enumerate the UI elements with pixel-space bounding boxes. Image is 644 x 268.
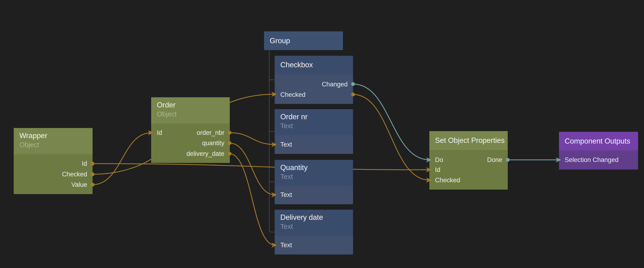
node-delivery-date[interactable]: Delivery date Text Text: [275, 210, 353, 254]
input-label-checked: Checked: [280, 91, 306, 98]
output-label-changed: Changed: [322, 81, 348, 88]
node-order-nr[interactable]: Order nr Text Text: [275, 109, 353, 154]
node-title: Order nr: [280, 112, 348, 121]
output-label-quantity: quantity: [202, 140, 224, 147]
node-header: Order nr Text: [275, 109, 353, 135]
node-checkbox[interactable]: Checkbox Changed Checked: [275, 56, 353, 104]
wire-delivery-date-to-delivery-text[interactable]: [230, 154, 275, 245]
input-label-text: Text: [280, 242, 292, 249]
group-tree-line: [269, 50, 274, 232]
input-label-text: Text: [280, 141, 292, 148]
node-set-object-properties[interactable]: Set Object Properties Do Done Id Checked: [429, 131, 508, 190]
node-title: Delivery date: [280, 213, 348, 222]
wire-quantity-to-quantity-text[interactable]: [230, 143, 275, 195]
node-header: Order Object: [151, 97, 230, 123]
node-header: Checkbox: [275, 56, 353, 74]
wire-order-nbr-to-ordernr-text[interactable]: [230, 133, 275, 144]
input-label-id: Id: [435, 166, 440, 173]
input-label-text: Text: [280, 191, 292, 198]
wire-wrapper-id-to-sop-id[interactable]: [92, 164, 430, 170]
node-header: Wrapper Object: [14, 128, 92, 154]
input-label-selection-changed: Selection Changed: [565, 156, 618, 164]
node-title: Group: [270, 36, 290, 45]
wire-checkbox-changed-to-sop-do[interactable]: [353, 84, 430, 160]
input-label-do: Do: [435, 156, 443, 164]
output-label-checked: Checked: [62, 171, 87, 178]
wire-checkbox-checked-to-sop-checked[interactable]: [353, 94, 430, 180]
node-title: Set Object Properties: [435, 136, 505, 145]
input-label-checked: Checked: [435, 176, 460, 184]
node-header: Delivery date Text: [275, 210, 353, 236]
output-label-id: Id: [82, 160, 87, 167]
output-label-delivery-date: delivery_date: [186, 150, 224, 157]
node-header: Quantity Text: [275, 160, 353, 186]
output-label-value: Value: [71, 181, 87, 188]
node-header: Component Outputs: [559, 132, 638, 150]
node-subtitle: Text: [280, 172, 348, 181]
node-title: Quantity: [280, 163, 348, 172]
node-graph-canvas[interactable]: Wrapper Object Id Checked Value Order Ob…: [0, 0, 644, 268]
node-group[interactable]: Group: [264, 32, 343, 50]
node-subtitle: Text: [280, 122, 348, 130]
node-title: Wrapper: [19, 131, 87, 140]
node-header: Set Object Properties: [429, 131, 508, 150]
node-wrapper[interactable]: Wrapper Object Id Checked Value: [14, 128, 92, 194]
node-subtitle: Text: [280, 222, 348, 230]
output-label-done: Done: [487, 156, 502, 164]
node-component-outputs[interactable]: Component Outputs Selection Changed: [559, 132, 638, 170]
input-label-id: Id: [157, 129, 162, 136]
node-title: Order: [157, 100, 224, 110]
wire-wrapper-value-to-order-id[interactable]: [92, 133, 152, 185]
node-order[interactable]: Order Object Id order_nbr quantity deliv…: [151, 97, 230, 163]
node-header: Group: [264, 32, 343, 50]
node-subtitle: Object: [157, 110, 224, 118]
node-title: Component Outputs: [565, 137, 630, 146]
output-label-order-nbr: order_nbr: [197, 129, 224, 136]
node-subtitle: Object: [19, 141, 87, 149]
node-quantity[interactable]: Quantity Text Text: [275, 160, 353, 204]
node-title: Checkbox: [280, 60, 313, 70]
